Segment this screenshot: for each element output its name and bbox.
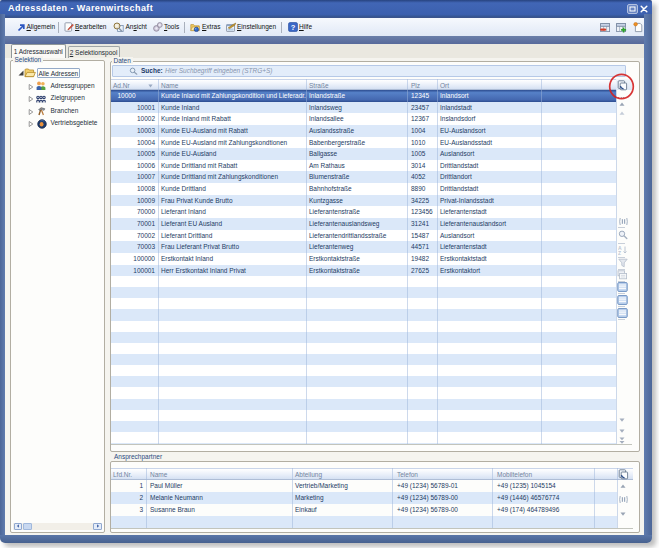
svg-text:Z: Z bbox=[618, 249, 621, 254]
svg-text:?: ? bbox=[290, 23, 295, 32]
